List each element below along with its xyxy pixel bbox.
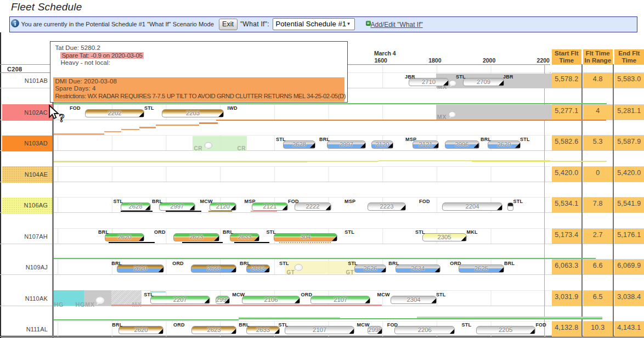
svg-text:?: ? — [59, 111, 65, 123]
